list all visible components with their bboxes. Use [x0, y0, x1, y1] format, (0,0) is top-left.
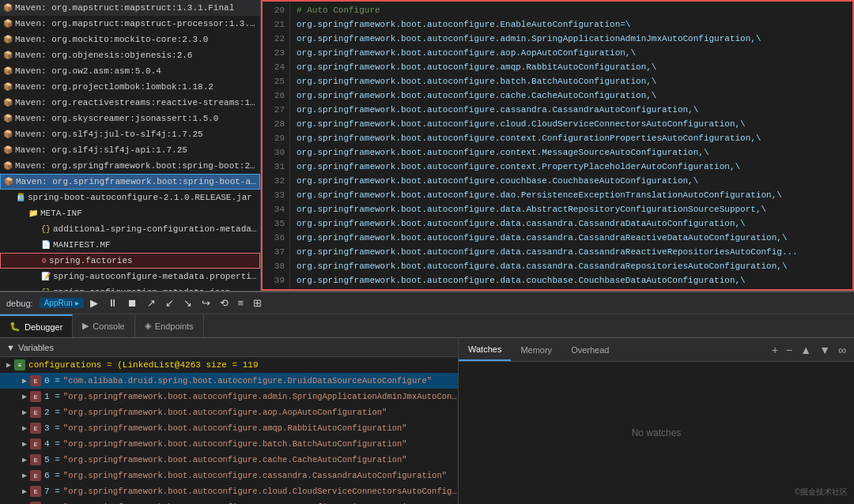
maven-icon: 📦 — [3, 51, 13, 60]
tab-endpoints[interactable]: ◈ Endpoints — [135, 314, 204, 337]
var-item[interactable]: ▶E1 ="org.springframework.boot.autoconfi… — [0, 389, 458, 404]
settings-btn[interactable]: ≡ — [235, 295, 248, 310]
var-item[interactable]: ▶E7 ="org.springframework.boot.autoconfi… — [0, 483, 458, 499]
code-line: org.springframework.boot.autoconfigure.d… — [297, 216, 846, 231]
tree-item[interactable]: 📝spring-autoconfigure-metadata.propertie… — [0, 269, 260, 284]
maven-icon: 📦 — [3, 161, 13, 171]
var-arrow: ▶ — [22, 408, 27, 417]
tree-item[interactable]: {}spring-configuration-metadata.json — [0, 284, 260, 291]
tab-watches[interactable]: Watches — [459, 338, 511, 361]
debug-content: ▼ Variables ▶ ≡ configurations = (Linked… — [0, 338, 854, 504]
step-into-btn[interactable]: ↙ — [162, 295, 177, 310]
code-line: org.springframework.boot.autoconfigure.c… — [297, 131, 846, 145]
move-down-btn[interactable]: ▼ — [818, 342, 832, 358]
tree-label: MANIFEST.MF — [53, 240, 111, 250]
tree-label: Maven: org.mapstruct:mapstruct-processor… — [15, 19, 260, 28]
tree-label: Maven: org.mockito:mockito-core:2.3.0 — [15, 35, 208, 44]
tree-item[interactable]: 📦Maven: org.mapstruct:mapstruct:1.3.1.Fi… — [0, 0, 260, 16]
tab-memory[interactable]: Memory — [511, 338, 561, 361]
mf-icon: 📄 — [41, 240, 51, 250]
variables-header: ▼ Variables — [0, 338, 458, 357]
tree-item[interactable]: 📄MANIFEST.MF — [0, 237, 260, 253]
tree-item[interactable]: 📦Maven: org.slf4j:jul-to-slf4j:1.7.25 — [0, 126, 260, 142]
tree-item[interactable]: {}additional-spring-configuration-metada… — [0, 221, 260, 237]
tree-item[interactable]: 📦Maven: org.springframework.boot:spring-… — [0, 158, 260, 174]
var-arrow: ▶ — [22, 471, 27, 480]
var-icon: E — [30, 407, 41, 418]
var-item[interactable]: ▶E3 ="org.springframework.boot.autoconfi… — [0, 420, 458, 436]
var-index: 3 = — [44, 423, 60, 433]
run-cursor-btn[interactable]: ↪ — [198, 295, 214, 310]
stop-btn[interactable]: ⏹ — [124, 295, 141, 310]
var-icon: E — [30, 423, 41, 434]
add-watch-btn[interactable]: + — [770, 342, 780, 358]
var-item[interactable]: ▶E5 ="org.springframework.boot.autoconfi… — [0, 452, 458, 468]
move-up-btn[interactable]: ▲ — [799, 342, 813, 358]
configs-item[interactable]: ▶ ≡ configurations = (LinkedList@4263 si… — [0, 357, 458, 373]
tree-item[interactable]: 📦Maven: org.skyscreamer:jsonassert:1.5.0 — [0, 111, 260, 126]
var-icon: E — [30, 375, 41, 386]
tree-item[interactable]: 📦Maven: org.projectlombok:lombok:1.18.2 — [0, 79, 260, 95]
var-item[interactable]: ▶E4 ="org.springframework.boot.autoconfi… — [0, 436, 458, 452]
tree-label: spring-autoconfigure-metadata.properties — [53, 272, 260, 281]
tree-item[interactable]: 📦Maven: org.mockito:mockito-core:2.3.0 — [0, 32, 260, 47]
run-badge[interactable]: AppRun ▸ — [40, 298, 84, 308]
layout-btn[interactable]: ⊞ — [250, 295, 265, 310]
tree-item[interactable]: 📁META-INF — [0, 205, 260, 221]
maven-icon: 📦 — [3, 145, 13, 155]
code-line: org.springframework.boot.autoconfigure.c… — [297, 145, 846, 160]
tab-console[interactable]: ▶ Console — [73, 314, 134, 337]
step-over-btn[interactable]: ↗ — [144, 295, 159, 310]
step-out-btn[interactable]: ↘ — [180, 295, 195, 310]
tree-label: additional-spring-configuration-metadata… — [53, 224, 260, 234]
tree-item[interactable]: 📦Maven: org.reactivestreams:reactive-str… — [0, 95, 260, 111]
code-line: org.springframework.boot.autoconfigure.E… — [297, 17, 846, 32]
jar-icon: 🫙 — [16, 193, 25, 202]
var-index: 7 = — [44, 487, 60, 496]
code-line: org.springframework.boot.autoconfigure.d… — [297, 231, 846, 245]
tab-overhead[interactable]: Overhead — [561, 338, 618, 361]
tree-item[interactable]: 🫙spring-boot-autoconfigure-2.1.0.RELEASE… — [0, 190, 260, 205]
file-tree: 📦Maven: org.mapstruct:mapstruct:1.3.1.Fi… — [0, 0, 261, 291]
maven-icon: 📦 — [3, 19, 13, 28]
var-item[interactable]: ▶E8 ="org.springframework.boot.autoconfi… — [0, 499, 458, 504]
code-line: org.springframework.boot.autoconfigure.c… — [297, 117, 846, 131]
var-item[interactable]: ▶E6 ="org.springframework.boot.autoconfi… — [0, 468, 458, 483]
tree-item[interactable]: 📦Maven: org.objenesis:objenesis:2.6 — [0, 47, 260, 63]
code-comment: # Auto Configure — [297, 3, 846, 17]
tree-label: spring-boot-autoconfigure-2.1.0.RELEASE.… — [28, 193, 252, 202]
tree-label: Maven: org.springframework.boot:spring-b… — [16, 177, 259, 186]
tree-item[interactable]: 📦Maven: org.slf4j:slf4j-api:1.7.25 — [0, 142, 260, 158]
tree-item[interactable]: 📦Maven: org.springframework.boot:spring-… — [0, 174, 260, 190]
pause-btn[interactable]: ⏸ — [104, 295, 121, 310]
tree-label: Maven: org.skyscreamer:jsonassert:1.5.0 — [15, 114, 218, 123]
tree-item[interactable]: ⚙spring.factories — [0, 253, 260, 269]
var-item[interactable]: ▶E2 ="org.springframework.boot.autoconfi… — [0, 404, 458, 420]
maven-icon: 📦 — [3, 3, 13, 13]
folder-icon: 📁 — [28, 209, 38, 218]
var-value: "org.springframework.boot.autoconfigure.… — [63, 439, 407, 449]
tree-label: Maven: org.reactivestreams:reactive-stre… — [15, 98, 260, 107]
tab-debugger[interactable]: 🐛 Debugger — [0, 314, 73, 337]
code-line: org.springframework.boot.autoconfigure.d… — [297, 245, 846, 259]
tree-label: Maven: org.slf4j:jul-to-slf4j:1.7.25 — [15, 130, 203, 139]
var-type-icon: ≡ — [14, 359, 25, 370]
line-numbers: 2021222324252627282930313233343536373839… — [263, 2, 290, 289]
var-value: "org.springframework.boot.autoconfigure.… — [63, 423, 407, 433]
endpoints-icon: ◈ — [145, 321, 151, 331]
tree-label: Maven: org.slf4j:slf4j-api:1.7.25 — [15, 145, 187, 155]
var-index: 6 = — [44, 471, 60, 480]
var-index: 0 = — [44, 376, 60, 386]
var-item[interactable]: ▶E0 ="com.alibaba.druid.spring.boot.auto… — [0, 373, 458, 389]
var-value: "org.springframework.boot.autoconfigure.… — [63, 471, 447, 480]
remove-watch-btn[interactable]: − — [784, 342, 794, 358]
tree-item[interactable]: 📦Maven: org.ow2.asm:asm:5.0.4 — [0, 63, 260, 79]
var-arrow: ▶ — [22, 392, 27, 401]
infinity-btn[interactable]: ∞ — [837, 342, 848, 358]
code-line: org.springframework.boot.autoconfigure.a… — [297, 46, 846, 60]
evaluate-btn[interactable]: ⟲ — [217, 295, 232, 310]
var-icon: E — [30, 454, 41, 465]
tree-item[interactable]: 📦Maven: org.mapstruct:mapstruct-processo… — [0, 16, 260, 32]
resume-btn[interactable]: ▶ — [87, 295, 101, 310]
code-line: org.springframework.boot.autoconfigure.b… — [297, 74, 846, 88]
